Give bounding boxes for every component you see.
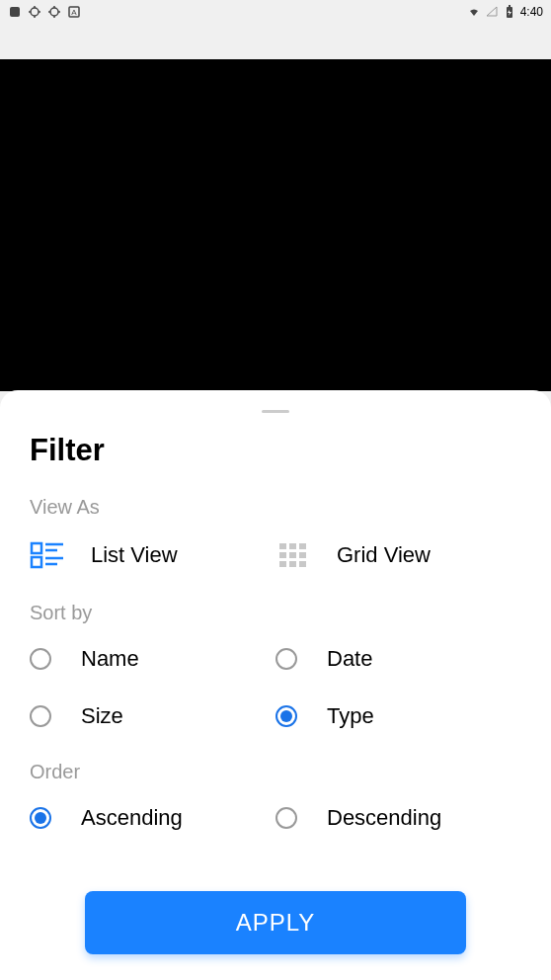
svg-rect-18 [32, 557, 41, 567]
view-option-list[interactable]: List View [30, 540, 276, 570]
view-as-label: View As [30, 496, 521, 519]
sort-name-label: Name [81, 646, 139, 672]
svg-rect-29 [299, 561, 306, 567]
order-option-ascending[interactable]: Ascending [30, 805, 276, 831]
status-right: 4:40 [467, 5, 543, 19]
svg-rect-26 [299, 552, 306, 558]
order-label: Order [30, 761, 521, 783]
backdrop [0, 59, 551, 391]
radio-icon [276, 648, 297, 670]
status-time: 4:40 [520, 5, 543, 19]
order-desc-label: Descending [327, 805, 441, 831]
svg-rect-25 [289, 552, 296, 558]
wifi-icon [467, 5, 481, 19]
sort-type-label: Type [327, 703, 374, 729]
list-view-icon [30, 540, 65, 570]
radio-icon [30, 807, 51, 829]
app-icon-2: A [67, 5, 81, 19]
radio-icon [276, 807, 297, 829]
apply-button[interactable]: APPLY [85, 891, 466, 954]
svg-rect-0 [10, 7, 20, 17]
filter-sheet: Filter View As List View [0, 390, 551, 980]
battery-icon [503, 5, 516, 19]
order-option-descending[interactable]: Descending [276, 805, 521, 831]
order-group: Ascending Descending [30, 805, 521, 831]
sort-by-group: Name Date Size Type [30, 646, 521, 729]
svg-rect-27 [279, 561, 286, 567]
status-bar: A 4:40 [0, 0, 551, 24]
list-view-label: List View [91, 542, 178, 568]
svg-rect-15 [32, 543, 41, 553]
sort-option-date[interactable]: Date [276, 646, 521, 672]
bug-icon-2 [47, 5, 61, 19]
svg-text:A: A [71, 8, 77, 17]
app-header [0, 24, 551, 59]
status-left: A [8, 5, 81, 19]
sort-date-label: Date [327, 646, 372, 672]
svg-rect-22 [289, 543, 296, 549]
svg-rect-28 [289, 561, 296, 567]
svg-rect-24 [279, 552, 286, 558]
view-option-grid[interactable]: Grid View [276, 540, 521, 570]
sort-option-size[interactable]: Size [30, 703, 276, 729]
svg-point-6 [50, 8, 58, 16]
order-asc-label: Ascending [81, 805, 183, 831]
svg-rect-23 [299, 543, 306, 549]
view-as-row: List View Grid View [30, 540, 521, 570]
radio-icon [30, 648, 51, 670]
grid-view-label: Grid View [337, 542, 431, 568]
drag-handle[interactable] [262, 410, 289, 413]
sort-size-label: Size [81, 703, 123, 729]
sheet-title: Filter [30, 433, 521, 468]
signal-icon [485, 5, 499, 19]
grid-view-icon [276, 540, 311, 570]
sort-option-name[interactable]: Name [30, 646, 276, 672]
app-icon-1 [8, 5, 22, 19]
svg-rect-21 [279, 543, 286, 549]
svg-rect-14 [509, 5, 511, 7]
bug-icon-1 [28, 5, 41, 19]
svg-point-1 [31, 8, 39, 16]
radio-icon [276, 705, 297, 727]
sort-option-type[interactable]: Type [276, 703, 521, 729]
radio-icon [30, 705, 51, 727]
sort-by-label: Sort by [30, 602, 521, 624]
